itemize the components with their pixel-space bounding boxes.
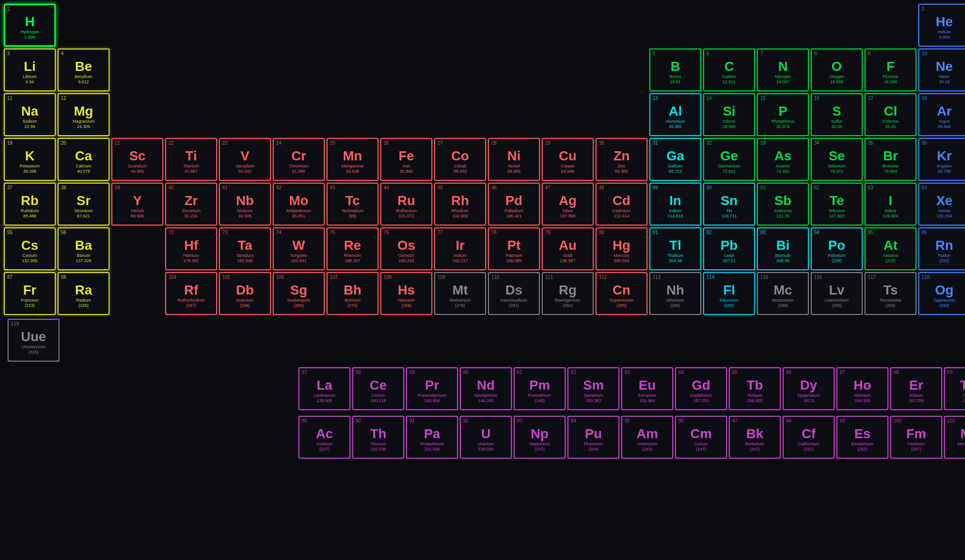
- element-mn[interactable]: 25 Mn Manganese 54.938: [327, 138, 378, 181]
- element-db[interactable]: 105 Db Dubnium (268): [219, 272, 271, 315]
- element-sg[interactable]: 106 Sg Seaborgium (269): [273, 272, 325, 315]
- element-th[interactable]: 90 Th Thorium 232.038: [352, 416, 404, 459]
- element-pa[interactable]: 91 Pa Protactinium 231.036: [406, 416, 458, 459]
- element-ra[interactable]: 88 Ra Radium (226): [58, 272, 109, 315]
- element-pd[interactable]: 46 Pd Palladium 106.421: [488, 183, 540, 226]
- element-cu[interactable]: 29 Cu Copper 63.546: [542, 138, 594, 181]
- element-pr[interactable]: 59 Pr Praseodymium 140.908: [406, 367, 458, 410]
- element-cr[interactable]: 24 Cr Chromium 51.996: [273, 138, 325, 181]
- element-cs[interactable]: 55 Cs Cesium 132.905: [4, 227, 56, 270]
- element-sm[interactable]: 62 Sm Samarium 150.362: [567, 367, 619, 410]
- element-y[interactable]: 39 Y Yttrium 88.906: [111, 183, 163, 226]
- element-mo[interactable]: 42 Mo Molybdenum 95.951: [273, 183, 325, 226]
- element-fl[interactable]: 114 Fl Flerovium (289): [703, 272, 755, 315]
- element-ag[interactable]: 47 Ag Silver 107.868: [542, 183, 594, 226]
- element-p[interactable]: 15 P Phosphorus 30.974: [757, 93, 809, 136]
- element-er[interactable]: 68 Er Erbium 167.259: [890, 367, 942, 410]
- element-pt[interactable]: 78 Pt Platinum 195.085: [488, 227, 540, 270]
- element-zr[interactable]: 40 Zr Zirconium 91.224: [165, 183, 217, 226]
- element-in[interactable]: 49 In Indium 114.818: [649, 183, 701, 226]
- element-tl[interactable]: 81 Tl Thallium 204.38: [649, 227, 701, 270]
- element-hf[interactable]: 72 Hf Hafnium 178.492: [165, 227, 217, 270]
- element-bk[interactable]: 97 Bk Berkelium (247): [729, 416, 781, 459]
- element-b[interactable]: 5 B Boron 10.81: [649, 49, 701, 91]
- element-np[interactable]: 93 Np Neptunium (237): [514, 416, 566, 459]
- element-ir[interactable]: 77 Ir Iridium 192.217: [434, 227, 486, 270]
- element-eu[interactable]: 63 Eu Europium 151.964: [621, 367, 673, 410]
- element-o[interactable]: 8 O Oxygen 15.999: [811, 49, 863, 91]
- element-tb[interactable]: 65 Tb Terbium 158.925: [729, 367, 781, 410]
- element-pb[interactable]: 82 Pb Lead 207.21: [703, 227, 755, 270]
- element-nb[interactable]: 41 Nb Niobium 92.906: [219, 183, 271, 226]
- element-ni[interactable]: 28 Ni Nickel 58.693: [488, 138, 540, 181]
- element-sb[interactable]: 51 Sb Antimony 121.76: [757, 183, 809, 226]
- element-at[interactable]: 85 At Astatine (210): [865, 227, 916, 270]
- element-kr[interactable]: 36 Kr Krypton 83.798: [918, 138, 965, 181]
- element-ac[interactable]: 89 Ac Actinium (227): [298, 416, 350, 459]
- element-f[interactable]: 9 F Fluorine 18.998: [865, 49, 916, 91]
- element-cl[interactable]: 17 Cl Chlorine 35.45: [865, 93, 916, 136]
- element-md[interactable]: 101 Md Mendelevium (258): [944, 416, 965, 459]
- element-mg[interactable]: 12 Mg Magnesium 24.305: [58, 93, 109, 136]
- element-cm[interactable]: 96 Cm Curium (247): [675, 416, 727, 459]
- element-la[interactable]: 57 La Lanthanum 138.905: [298, 367, 350, 410]
- element-nh[interactable]: 113 Nh Nihonium (286): [649, 272, 701, 315]
- element-rn[interactable]: 86 Rn Radon (222): [918, 227, 965, 270]
- element-i[interactable]: 53 I Iodine 126.904: [865, 183, 916, 226]
- element-cf[interactable]: 98 Cf Californium (251): [783, 416, 835, 459]
- element-tc[interactable]: 43 Tc Technetium (98): [327, 183, 378, 226]
- element-be[interactable]: 4 Be Beryllium 9.012: [58, 49, 109, 91]
- element-n[interactable]: 7 N Nitrogen 14.007: [757, 49, 809, 91]
- uue-element[interactable]: 119 Uue Ununennium (315): [8, 319, 60, 362]
- element-dy[interactable]: 66 Dy Dysprosium 162.5: [783, 367, 835, 410]
- element-s[interactable]: 16 S Sulfur 32.06: [811, 93, 863, 136]
- element-k[interactable]: 19 K Potassium 39.098: [4, 138, 56, 181]
- element-ca[interactable]: 20 Ca Calcium 40.078: [58, 138, 109, 181]
- element-ge[interactable]: 32 Ge Germanium 72.631: [703, 138, 755, 181]
- element-bi[interactable]: 83 Bi Bismuth 208.98: [757, 227, 809, 270]
- element-zn[interactable]: 30 Zn Zinc 65.382: [596, 138, 647, 181]
- element-lv[interactable]: 116 Lv Livermorium (293): [811, 272, 863, 315]
- element-ga[interactable]: 31 Ga Gallium 69.723: [649, 138, 701, 181]
- element-og[interactable]: 118 Og Oganesson (294): [918, 272, 965, 315]
- element-pm[interactable]: 61 Pm Promethium (145): [514, 367, 566, 410]
- element-es[interactable]: 99 Es Einsteinium (252): [836, 416, 888, 459]
- element-si[interactable]: 14 Si Silicon 28.085: [703, 93, 755, 136]
- element-au[interactable]: 79 Au Gold 196.967: [542, 227, 594, 270]
- element-te[interactable]: 52 Te Tellurium 127.603: [811, 183, 863, 226]
- element-tm[interactable]: 69 Tm Thulium 168.934: [944, 367, 965, 410]
- element-li[interactable]: 3 Li Lithium 6.94: [4, 49, 56, 91]
- element-cn[interactable]: 112 Cn Copernicium (285): [596, 272, 647, 315]
- element-fr[interactable]: 87 Fr Francium (223): [4, 272, 56, 315]
- element-ts[interactable]: 117 Ts Tennessine (294): [865, 272, 916, 315]
- element-ba[interactable]: 56 Ba Barium 137.328: [58, 227, 109, 270]
- element-ru[interactable]: 44 Ru Ruthenium 101.072: [380, 183, 432, 226]
- element-rg[interactable]: 111 Rg Roentgenium (282): [542, 272, 594, 315]
- element-sn[interactable]: 50 Sn Tin 118.711: [703, 183, 755, 226]
- element-am[interactable]: 95 Am Americium (243): [621, 416, 673, 459]
- element-fe[interactable]: 26 Fe Iron 55.845: [380, 138, 432, 181]
- element-ce[interactable]: 58 Ce Cerium 140.116: [352, 367, 404, 410]
- element-rh[interactable]: 45 Rh Rhodium 102.906: [434, 183, 486, 226]
- element-gd[interactable]: 64 Gd Gadolinium 157.253: [675, 367, 727, 410]
- element-he[interactable]: 2 He Helium 4.003: [918, 4, 965, 47]
- element-ti[interactable]: 22 Ti Titanium 47.867: [165, 138, 217, 181]
- element-al[interactable]: 13 Al Aluminium 26.982: [649, 93, 701, 136]
- element-sr[interactable]: 38 Sr Strontium 87.621: [58, 183, 109, 226]
- element-na[interactable]: 11 Na Sodium 22.99: [4, 93, 56, 136]
- element-ne[interactable]: 10 Ne Neon 20.18: [918, 49, 965, 91]
- element-po[interactable]: 84 Po Polonium (209): [811, 227, 863, 270]
- element-hs[interactable]: 108 Hs Hassium (269): [380, 272, 432, 315]
- element-hg[interactable]: 80 Hg Mercury 200.592: [596, 227, 647, 270]
- element-mt[interactable]: 109 Mt Meitnerium (278): [434, 272, 486, 315]
- element-cd[interactable]: 48 Cd Cadmium 112.414: [596, 183, 647, 226]
- element-os[interactable]: 76 Os Osmium 190.233: [380, 227, 432, 270]
- element-pu[interactable]: 94 Pu Plutonium (244): [567, 416, 619, 459]
- element-ho[interactable]: 67 Ho Holmium 164.930: [836, 367, 888, 410]
- element-co[interactable]: 27 Co Cobalt 58.933: [434, 138, 486, 181]
- element-rf[interactable]: 104 Rf Rutherfordium (267): [165, 272, 217, 315]
- element-mc[interactable]: 115 Mc Moscovium (289): [757, 272, 809, 315]
- element-rb[interactable]: 37 Rb Rubidium 85.488: [4, 183, 56, 226]
- element-v[interactable]: 23 V Vanadium 50.942: [219, 138, 271, 181]
- element-ds[interactable]: 110 Ds Darmstadtium (281): [488, 272, 540, 315]
